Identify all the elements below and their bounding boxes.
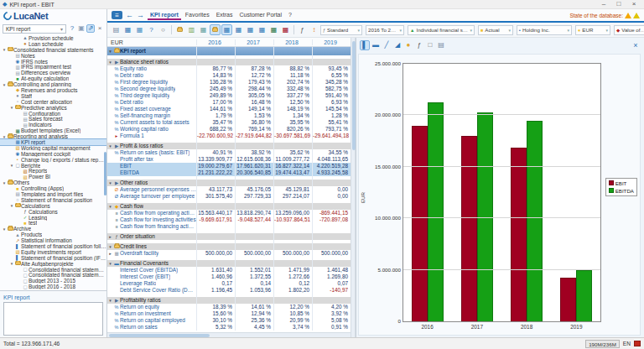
tree-item[interactable]: ▨Working capital management — [0, 145, 106, 151]
table-row[interactable]: ▸▦Overdraft facility500.000,00500.000,00… — [107, 250, 351, 257]
menu-item-3[interactable]: Customer Portal — [236, 11, 284, 20]
tree-item[interactable]: ●Staff — [0, 93, 106, 99]
bar-chart-icon[interactable]: ▌ — [360, 40, 370, 50]
tree-item[interactable]: ◉IFRS notes — [0, 59, 106, 65]
tree-scrollbar[interactable] — [104, 152, 106, 195]
close-panel-icon[interactable]: × — [96, 24, 104, 33]
tree-item[interactable]: ●Loan schedule — [0, 41, 106, 47]
tree-item[interactable]: ▨Power BI — [0, 174, 106, 180]
open-folder-icon[interactable] — [174, 24, 185, 35]
view-filter[interactable]: ƒStandard▾ — [320, 25, 362, 35]
add-data-icon[interactable]: ▦ — [198, 24, 209, 35]
tree-item[interactable]: ▤Configuration — [0, 111, 106, 117]
company-filter[interactable]: ▪Holding Inc.▾ — [517, 25, 572, 35]
status-flag-icon[interactable] — [634, 341, 641, 346]
transfer-icon[interactable]: ↕ — [309, 24, 319, 35]
tree-item[interactable]: ▤Notes — [0, 53, 106, 59]
bar-ebitda-2016[interactable] — [428, 102, 444, 321]
tree-item[interactable]: ▾Archive — [0, 226, 106, 232]
table-row[interactable]: %Debt ratio17,00 %16,48 %12,50 %6,93 % — [107, 99, 351, 106]
table-row[interactable]: Interest Cover (EBIT)1.460,961.372,551.2… — [107, 273, 351, 280]
tree-item[interactable]: ▤Differences overview — [0, 70, 106, 76]
tree-item[interactable]: ◉Management cockpit — [0, 151, 106, 157]
tree-item[interactable]: ↗Statistical information — [0, 237, 106, 243]
table-green-icon[interactable]: ▦ — [268, 24, 279, 35]
close-icon[interactable]: × — [630, 1, 638, 8]
print-icon[interactable]: ▤ — [111, 24, 122, 35]
table-row[interactable]: %Return on capital employed30,10 %25,36 … — [107, 317, 351, 324]
tree-item[interactable]: ▌Statement of financial position (IFRS) — [0, 255, 106, 261]
tree-item[interactable]: ▾Predictive analytics — [0, 105, 106, 111]
table-hscrollbar[interactable] — [107, 332, 351, 337]
bar-ebit-2016[interactable] — [412, 126, 428, 321]
tree-item[interactable]: ▤Templates and import files — [0, 191, 106, 197]
tree-item[interactable]: ▾Others — [0, 180, 106, 185]
table-row[interactable]: ≡Cash flow from financing activities — [107, 223, 351, 230]
help-icon[interactable]: ? — [146, 24, 157, 35]
table-header-row[interactable]: ▾KPI report — [107, 47, 351, 55]
table-row[interactable]: Debt Service Cover Ratio (DSCR)1.196,451… — [107, 287, 351, 294]
workspace-select[interactable]: KPI report ▾ — [3, 24, 66, 34]
language-indicator[interactable]: EN — [623, 341, 631, 346]
tree-item[interactable]: ▲Provision schedule — [0, 35, 106, 41]
tree-item[interactable]: ▢Consolidated financial statements ... — [0, 273, 106, 279]
tree-item[interactable]: ▾Controlling and planning — [0, 81, 106, 87]
tree-item[interactable]: ▫Cost center allocation — [0, 99, 106, 105]
tree-item[interactable]: ▨Equity investments report — [0, 249, 106, 255]
table-group-row[interactable]: ▾▶Profit & loss ratios — [107, 143, 351, 149]
tree-item[interactable]: ■At-equity calculation — [0, 76, 106, 81]
table-group-row[interactable]: ▾Credit lines — [107, 243, 351, 250]
table-row[interactable]: %Self-financing margin1,79 %1,53 %1,34 %… — [107, 112, 351, 119]
hamburger-menu-icon[interactable]: ≡ — [112, 11, 122, 19]
level-filter[interactable]: ▲Individual financial statements...▾ — [408, 25, 475, 35]
table-row[interactable]: %Current assets to total assets35,47 %36… — [107, 119, 351, 126]
tree-item[interactable]: ▦KPI report — [0, 139, 106, 145]
tree-item[interactable]: ▌Statement of financial position follo..… — [0, 243, 106, 249]
table-row[interactable]: %Debt ratio14,83 %12,72 %11,18 %6,55 % — [107, 72, 351, 79]
pin-icon[interactable]: ⇗ — [86, 24, 95, 33]
table-row[interactable]: ≡Cash flow for investing activities-9.66… — [107, 216, 351, 223]
tree-item[interactable]: ▥IFRS impairment test — [0, 64, 106, 70]
table-row[interactable]: %First degree liquidity136,28 %179,43 %2… — [107, 79, 351, 86]
warning-icon[interactable] — [625, 13, 631, 18]
currency-filter[interactable]: ●EUR▾ — [575, 25, 610, 35]
table-chart-icon[interactable]: ▦ — [134, 24, 145, 35]
table-group-row[interactable]: ▸ƒOrder situation — [107, 233, 351, 240]
search-icon[interactable]: ○ — [158, 24, 169, 35]
table-row[interactable]: %Third degree liquidity249,89 %305,05 %3… — [107, 92, 351, 99]
table-row[interactable]: %Working capital ratio688,22 %769,14 %82… — [107, 126, 351, 133]
table-row[interactable]: %Return on sales (basis: EBIT)40,91 %38,… — [107, 149, 351, 156]
forward-icon[interactable]: → — [137, 11, 144, 19]
tree-item[interactable]: ▢Budget 2016 - 2018 — [0, 284, 106, 289]
tree-item[interactable]: ▢Consolidated financial statements ... — [0, 267, 106, 273]
tree-item[interactable]: ▾Reporting and analysis — [0, 133, 106, 139]
pie-chart-icon[interactable]: ● — [403, 40, 413, 50]
table-view-2-icon[interactable]: ▦ — [233, 24, 244, 35]
tree-item[interactable]: ▨Reports — [0, 168, 106, 174]
scenario-filter[interactable]: ■Actual▾ — [478, 25, 513, 35]
table-row[interactable]: ØAverage turnover per employee301.575,40… — [107, 193, 351, 200]
bar-ebit-2017[interactable] — [461, 136, 477, 321]
tree-item[interactable]: ■test — [0, 221, 106, 227]
value-filter[interactable]: ◆Value of acc...▾ — [614, 25, 644, 35]
tree-item[interactable]: ▾Alte Aufgabenprojekte — [0, 261, 106, 267]
back-icon[interactable]: ← — [126, 11, 133, 19]
tree-item[interactable]: ƒCalculations — [0, 209, 106, 215]
minimize-icon[interactable]: – — [600, 1, 608, 8]
tree-item[interactable]: ▪Change log / exports / status reports — [0, 157, 106, 163]
hscroll-thumb[interactable] — [109, 334, 210, 337]
tree-item[interactable]: ■Controlling (Apps) — [0, 185, 106, 191]
export-table-icon[interactable]: ▦ — [122, 24, 133, 35]
table-row[interactable]: Profit after tax13.339.909,7712.615.608,… — [107, 156, 351, 163]
tree-item[interactable]: ▲Products — [0, 232, 106, 237]
menu-item-2[interactable]: Extras — [214, 11, 236, 20]
menu-item-0[interactable]: KPI report — [148, 11, 181, 20]
maximize-icon[interactable]: □ — [615, 1, 623, 8]
new-document-icon[interactable]: ▥ — [186, 24, 197, 35]
table-view-icon[interactable]: ▦ — [221, 24, 232, 35]
kpi-description-input[interactable] — [3, 302, 103, 336]
area-chart-icon[interactable]: ◢ — [392, 40, 402, 50]
period-filter[interactable]: 2016 To 2019▾ — [366, 25, 404, 35]
bar-ebitda-2019[interactable] — [576, 270, 592, 321]
memory-indicator[interactable]: 190M/236M — [585, 340, 620, 348]
